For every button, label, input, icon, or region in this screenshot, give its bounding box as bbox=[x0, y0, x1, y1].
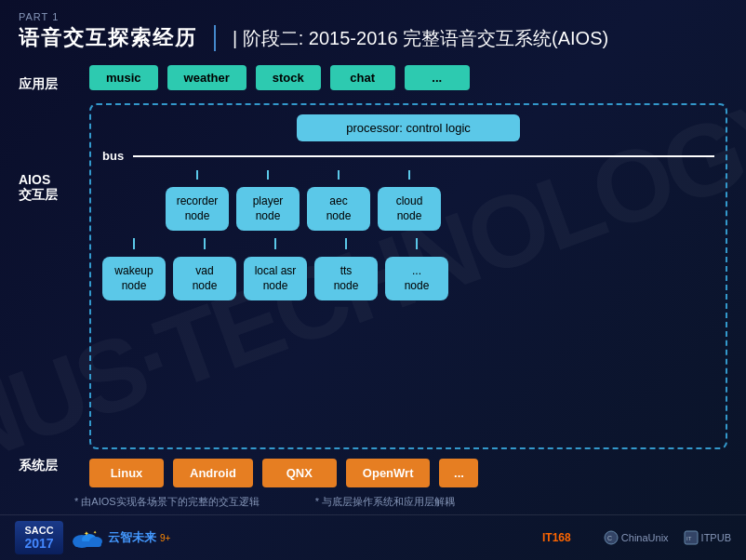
app-layer-row: music weather stock chat ... bbox=[89, 65, 727, 96]
sys-more: ... bbox=[439, 459, 478, 487]
app-box-stock: stock bbox=[256, 65, 321, 90]
lower-nodes-row: wakeupnode vadnode local asrnode ttsnode… bbox=[102, 257, 714, 300]
sys-openwrt: OpenWrt bbox=[346, 459, 431, 487]
main-title: 语音交互探索经历 bbox=[19, 24, 197, 52]
it168-logo-icon: IT168 bbox=[542, 529, 589, 544]
svg-text:✦: ✦ bbox=[93, 529, 97, 535]
sponsor-it168: IT168 bbox=[542, 529, 589, 547]
cloud-logo: ✦ ✦ 云智未来 9+ bbox=[71, 527, 170, 549]
part-label: PART 1 bbox=[19, 11, 727, 22]
itpub-logo-icon: IT bbox=[684, 530, 699, 545]
svg-rect-3 bbox=[74, 541, 101, 547]
subtitle: | 阶段二: 2015-2016 完整语音交互系统(AIOS) bbox=[233, 26, 608, 51]
vad-node: vadnode bbox=[173, 257, 236, 300]
processor-box: processor: control logic bbox=[297, 114, 520, 141]
bottom-bar: SACC 2017 ✦ ✦ 云智未来 9+ IT168 bbox=[0, 514, 746, 560]
app-box-chat: chat bbox=[330, 65, 395, 90]
sys-android: Android bbox=[173, 459, 253, 487]
app-box-weather: weather bbox=[167, 65, 246, 90]
player-node: playernode bbox=[236, 187, 300, 231]
sponsor-chinaunix: C ChinaUnix bbox=[604, 530, 669, 545]
mid-conn-4 bbox=[385, 238, 448, 249]
bus-label: bus bbox=[102, 149, 124, 163]
header: PART 1 语音交互探索经历 | 阶段二: 2015-2016 完整语音交互系… bbox=[0, 0, 746, 58]
mid-connectors bbox=[102, 238, 714, 249]
title-row: 语音交互探索经历 | 阶段二: 2015-2016 完整语音交互系统(AIOS) bbox=[19, 24, 727, 52]
tts-node: ttsnode bbox=[314, 257, 378, 300]
conn-3 bbox=[307, 170, 370, 180]
sponsor-logos: IT168 C ChinaUnix IT ITPUB bbox=[542, 529, 731, 547]
left-labels: 应用层 AIOS 交互层 系统层 bbox=[19, 65, 74, 487]
conn-2 bbox=[236, 170, 300, 180]
bus-row: bus bbox=[102, 149, 714, 163]
app-box-more: ... bbox=[405, 65, 470, 90]
sacc-text: SACC bbox=[24, 525, 53, 536]
sys-qnx: QNX bbox=[262, 459, 337, 487]
sys-layer-row: Linux Android QNX OpenWrt ... bbox=[89, 457, 727, 487]
mid-conn-2 bbox=[244, 238, 307, 249]
svg-text:IT168: IT168 bbox=[542, 531, 571, 544]
sys-linux: Linux bbox=[89, 459, 164, 487]
recorder-node: recordernode bbox=[166, 187, 229, 231]
wakeup-node: wakeupnode bbox=[102, 257, 166, 300]
sys-layer-label: 系统层 bbox=[19, 448, 74, 487]
dots-node: ...node bbox=[385, 257, 448, 300]
aios-layer-label: AIOS 交互层 bbox=[19, 116, 74, 448]
conn-1 bbox=[166, 170, 229, 180]
svg-text:IT: IT bbox=[686, 536, 692, 541]
bus-connectors-top bbox=[102, 170, 714, 180]
aec-node: aecnode bbox=[307, 187, 370, 231]
sponsor-itpub: IT ITPUB bbox=[684, 530, 731, 545]
note-2: * 与底层操作系统和应用层解耦 bbox=[315, 495, 455, 509]
bus-line bbox=[133, 155, 714, 157]
cloud-node: cloudnode bbox=[378, 187, 441, 231]
sacc-badge: SACC 2017 bbox=[15, 521, 63, 554]
mid-conn-1 bbox=[173, 238, 236, 249]
svg-text:✦: ✦ bbox=[84, 530, 89, 537]
sacc-year: 2017 bbox=[24, 536, 53, 551]
chinaunix-logo-icon: C bbox=[604, 530, 619, 545]
cloud-icon: ✦ ✦ bbox=[71, 527, 104, 549]
title-divider bbox=[214, 25, 216, 51]
footer-notes: * 由AIOS实现各场景下的完整的交互逻辑 * 与底层操作系统和应用层解耦 bbox=[0, 491, 746, 514]
superscript: 9+ bbox=[160, 533, 170, 543]
svg-text:C: C bbox=[607, 535, 612, 541]
cloud-text: 云智未来 bbox=[108, 529, 156, 546]
diagram-main: music weather stock chat ... processor: … bbox=[89, 65, 727, 487]
note-1: * 由AIOS实现各场景下的完整的交互逻辑 bbox=[74, 495, 260, 509]
conn-4 bbox=[378, 170, 441, 180]
diagram-area: 应用层 AIOS 交互层 系统层 music weather stock cha… bbox=[0, 58, 746, 491]
local-asr-node: local asrnode bbox=[244, 257, 307, 300]
main-content: PART 1 语音交互探索经历 | 阶段二: 2015-2016 完整语音交互系… bbox=[0, 0, 746, 560]
app-layer-label: 应用层 bbox=[19, 65, 74, 116]
aios-container: processor: control logic bus recordernod… bbox=[89, 103, 727, 449]
mid-conn-3 bbox=[314, 238, 378, 249]
mid-conn-0 bbox=[102, 238, 166, 249]
app-box-music: music bbox=[89, 65, 158, 90]
upper-nodes-row: recordernode playernode aecnode cloudnod… bbox=[102, 187, 714, 231]
